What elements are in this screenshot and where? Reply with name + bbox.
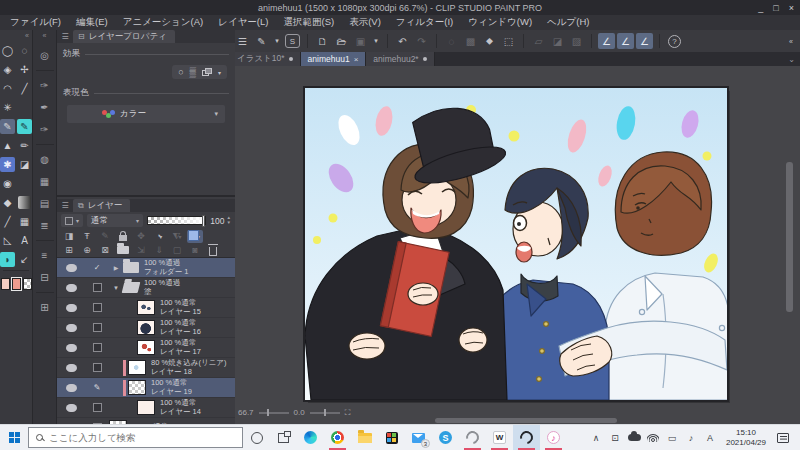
quick-tool-chevron-icon[interactable]: ▾	[272, 33, 282, 49]
layer-check-icon[interactable]: ✓	[85, 263, 109, 272]
save-chevron-icon[interactable]: ▾	[371, 33, 381, 49]
microsoft-store-icon[interactable]	[378, 425, 405, 450]
layer-panel-menu-icon[interactable]: ☰	[57, 199, 73, 212]
airbrush-tool[interactable]: ▲	[0, 138, 15, 153]
palette-color-dropdown[interactable]: ▾	[61, 214, 83, 227]
doc-tab-animehuu1[interactable]: animehuu1 ×	[301, 52, 367, 66]
layer-check-box[interactable]	[93, 303, 102, 312]
mail-icon[interactable]: 3	[405, 425, 432, 450]
eraser-tool[interactable]: ◪	[17, 157, 32, 172]
clip-studio-launch-icon[interactable]: S	[284, 33, 301, 49]
invert-selection-button[interactable]: ▩	[462, 33, 479, 49]
decoration-tool[interactable]: ✱	[0, 157, 15, 172]
rotation-slider[interactable]	[310, 412, 340, 414]
mask-view-icon[interactable]: ◪	[549, 33, 566, 49]
lock-layer-icon[interactable]	[115, 230, 131, 243]
merge-down-icon[interactable]: ⇓	[151, 244, 167, 257]
clip-studio-paint-icon[interactable]	[513, 425, 540, 450]
opacity-slider[interactable]	[147, 216, 206, 225]
layer-row-18[interactable]: 80 %焼き込み(リニア)レイヤー 18	[57, 358, 235, 378]
ruler-range-icon[interactable]: ◔▾	[151, 230, 167, 243]
menu-help[interactable]: ヘルプ(H)	[547, 16, 589, 29]
reference-layer-icon[interactable]: ⧨▾	[169, 230, 185, 243]
sub-tool-panel-icon[interactable]: ✑	[37, 78, 52, 93]
layer-visibility-icon[interactable]	[66, 284, 77, 292]
snap-to-ruler-button[interactable]: ∠	[598, 33, 615, 49]
layer-comp-panel-icon[interactable]: ⊟	[37, 270, 52, 285]
redo-button[interactable]: ↷	[413, 33, 430, 49]
save-button[interactable]: ▣	[352, 33, 369, 49]
object-tool[interactable]: ◈	[0, 62, 15, 77]
layer-row-16[interactable]: 100 %通常レイヤー 16	[57, 318, 235, 338]
correction-line-tool[interactable]: ↙	[17, 252, 32, 267]
material-panel-icon[interactable]: ▤	[37, 196, 52, 211]
main-color-swatch[interactable]	[1, 278, 10, 290]
virtual-desktop-icon[interactable]: ⊡	[606, 433, 624, 443]
itunes-icon[interactable]: ♪	[540, 425, 567, 450]
tab-bar-chevron-icon[interactable]: ⌄	[788, 52, 800, 66]
quick-tool-icon[interactable]: ✎	[253, 33, 270, 49]
clip-to-layer-below-icon[interactable]: ◨	[61, 230, 77, 243]
layer-visibility-icon[interactable]	[66, 304, 77, 312]
wacom-w-icon[interactable]: W	[486, 425, 513, 450]
menu-file[interactable]: ファイル(F)	[10, 16, 61, 29]
layer-check-box[interactable]	[93, 323, 102, 332]
help-button[interactable]: ?	[666, 33, 683, 49]
snap-to-special-ruler-button[interactable]: ∠	[617, 33, 634, 49]
taskbar-search[interactable]	[28, 427, 243, 448]
opacity-spinner[interactable]: ▲▼	[227, 216, 231, 224]
transparent-color-swatch[interactable]	[23, 278, 32, 290]
color-wheel-panel-icon[interactable]: ◍	[37, 152, 52, 167]
deselect-button[interactable]: ◌	[443, 33, 460, 49]
apply-mask-icon[interactable]: ◙	[187, 244, 203, 257]
layer-property-menu-icon[interactable]: ☰	[57, 30, 73, 43]
menu-window[interactable]: ウィンドウ(W)	[468, 16, 532, 29]
layer-row-folder-nuri[interactable]: ▼ 100 %通過塗	[57, 278, 235, 298]
create-mask-icon[interactable]: ▢	[169, 244, 185, 257]
blend-tool[interactable]: ◉	[0, 176, 15, 191]
notification-center-icon[interactable]	[777, 433, 789, 443]
open-file-button[interactable]: 🗁	[333, 33, 350, 49]
text-tool[interactable]: A	[17, 233, 32, 248]
chrome-icon[interactable]	[324, 425, 351, 450]
delete-layer-icon[interactable]	[205, 244, 221, 257]
menu-edit[interactable]: 編集(E)	[76, 16, 108, 29]
color-set-panel-icon[interactable]: ▦	[37, 174, 52, 189]
doc-tab-animehuu2[interactable]: animehuu2*	[366, 52, 434, 66]
ruler-tool[interactable]: ◺	[0, 233, 15, 248]
move-tool[interactable]: ✢	[17, 62, 32, 77]
tone-area-icon[interactable]: ▨	[568, 33, 585, 49]
task-view-button[interactable]	[270, 425, 297, 450]
tool-palette-collapse-icon[interactable]: «	[0, 32, 32, 41]
auto-select-tool[interactable]: ✳	[0, 100, 15, 115]
timeline-panel-icon[interactable]: ≣	[37, 218, 52, 233]
ime-indicator[interactable]: A	[701, 433, 719, 443]
snap-to-grid-button[interactable]: ∠	[636, 33, 653, 49]
tool-property-panel-icon[interactable]: ✒	[37, 100, 52, 115]
tab-close-icon[interactable]: ×	[354, 55, 359, 64]
figure-tool[interactable]: ╱	[0, 214, 15, 229]
brush-size-panel-icon[interactable]: ✑	[37, 122, 52, 137]
layer-check-box[interactable]	[93, 283, 102, 292]
battery-icon[interactable]: ▭	[663, 433, 681, 443]
layer-color-effect-icon[interactable]	[202, 68, 212, 77]
balloon-tool[interactable]: ◗	[0, 252, 15, 267]
hidden-icons-chevron[interactable]: ∧	[587, 433, 605, 443]
canvas-horizontal-scrollbar[interactable]	[435, 418, 617, 423]
layer-color-icon[interactable]: ▾	[187, 230, 203, 243]
expression-color-dropdown[interactable]: カラー ▾	[67, 105, 225, 123]
draft-layer-icon[interactable]: ✎	[97, 230, 113, 243]
layer-row-14[interactable]: 100 %通常レイヤー 14	[57, 398, 235, 418]
canvas-page[interactable]	[305, 88, 727, 400]
layer-search-panel-icon[interactable]: ≡	[37, 248, 52, 263]
menu-selection[interactable]: 選択範囲(S)	[283, 16, 334, 29]
new-folder-icon[interactable]	[115, 244, 131, 257]
layer-row-15[interactable]: 100 %通常レイヤー 15	[57, 298, 235, 318]
command-bar-menu-icon[interactable]: ☰	[234, 33, 251, 49]
menu-view[interactable]: 表示(V)	[349, 16, 381, 29]
folder-collapse-icon[interactable]: ▶	[109, 264, 123, 271]
effect-chevron-icon[interactable]: ▾	[218, 69, 221, 76]
zoom-slider[interactable]	[259, 412, 289, 414]
menu-animation[interactable]: アニメーション(A)	[123, 16, 204, 29]
frame-border-tool[interactable]: ▦	[17, 214, 32, 229]
